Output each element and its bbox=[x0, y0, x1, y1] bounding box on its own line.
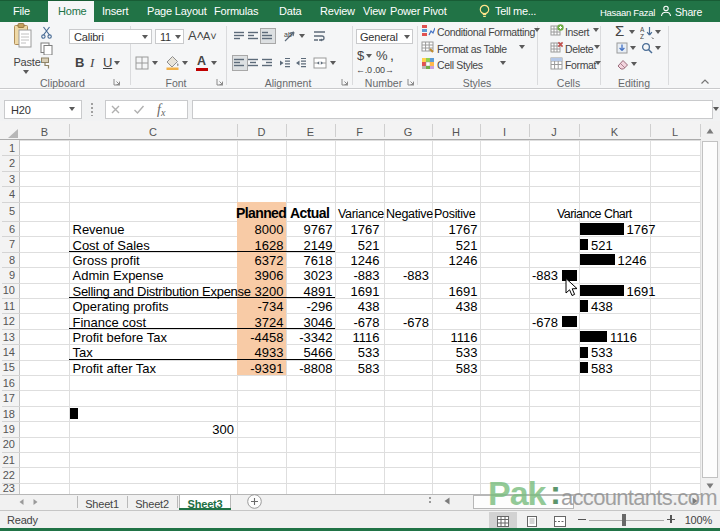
svg-text:Z: Z bbox=[640, 33, 644, 40]
svg-text:ab: ab bbox=[284, 31, 292, 38]
svg-text:A: A bbox=[640, 26, 645, 33]
